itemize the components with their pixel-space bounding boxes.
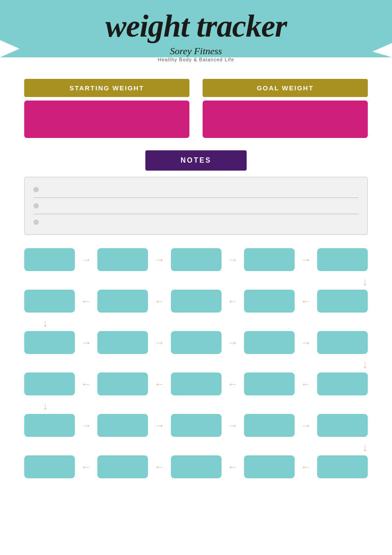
- arrow-left-icon: ←: [153, 461, 166, 473]
- notes-section: NOTES: [24, 150, 368, 235]
- tracker-row-6: ← ← ← ←: [24, 455, 368, 478]
- tracker-box-4-1[interactable]: [24, 372, 75, 395]
- tracker-box-3-5[interactable]: [317, 331, 368, 354]
- starting-weight-input[interactable]: [24, 101, 189, 138]
- arrow-left-icon: ←: [80, 461, 92, 473]
- arrow-down-icon: ↓: [43, 400, 48, 412]
- notes-box: [24, 177, 368, 235]
- goal-weight-label: GOAL WEIGHT: [203, 79, 368, 97]
- notes-dot-2: [33, 203, 39, 209]
- tracker-row-4: ← ← ← ←: [24, 372, 368, 395]
- arrow-down-5: ↓: [24, 440, 368, 454]
- arrow-right-icon: →: [153, 419, 166, 432]
- notes-line-3[interactable]: [33, 214, 359, 230]
- tracker-box-3-2[interactable]: [97, 331, 148, 354]
- arrow-down-4: ↓: [24, 399, 368, 413]
- tracker-box-5-1[interactable]: [24, 414, 75, 437]
- notes-line-1[interactable]: [33, 182, 359, 198]
- arrow-down-icon: ↓: [362, 276, 368, 288]
- arrow-right-icon: →: [226, 419, 239, 432]
- brand-tagline: Healthy Body & Balanced Life: [24, 57, 368, 62]
- tracker-box-3-3[interactable]: [171, 331, 222, 354]
- arrow-right-icon: →: [153, 336, 166, 349]
- arrow-down-2: ↓: [24, 316, 368, 330]
- tracker-box-1-5[interactable]: [317, 248, 368, 271]
- main-title: weight tracker: [24, 9, 368, 44]
- arrow-right-icon: →: [300, 336, 312, 349]
- arrow-left-icon: ←: [226, 295, 239, 307]
- tracker-box-1-2[interactable]: [97, 248, 148, 271]
- arrow-left-icon: ←: [153, 378, 166, 390]
- title-section: weight tracker Sorey Fitness Healthy Bod…: [24, 0, 368, 67]
- arrow-down-1: ↓: [24, 275, 368, 289]
- weight-section: STARTING WEIGHT GOAL WEIGHT: [24, 79, 368, 138]
- tracker-box-4-2[interactable]: [97, 372, 148, 395]
- tracker-box-2-3[interactable]: [171, 290, 222, 313]
- arrow-left-icon: ←: [300, 461, 312, 473]
- arrow-down-icon: ↓: [43, 317, 48, 329]
- arrow-down-3: ↓: [24, 358, 368, 372]
- tracker-box-2-5[interactable]: [317, 290, 368, 313]
- arrow-down-icon: ↓: [362, 358, 368, 371]
- notes-dot-3: [33, 220, 39, 225]
- arrow-right-icon: →: [300, 253, 312, 266]
- tracker-row-2: ← ← ← ←: [24, 290, 368, 313]
- arrow-right-icon: →: [300, 419, 312, 432]
- arrow-right-icon: →: [226, 336, 239, 349]
- arrow-left-icon: ←: [226, 461, 239, 473]
- tracker-box-2-4[interactable]: [244, 290, 295, 313]
- notes-line-text-2: [44, 202, 359, 209]
- arrow-left-icon: ←: [300, 378, 312, 390]
- arrow-left-icon: ←: [226, 378, 239, 390]
- tracker-row-3: → → → →: [24, 331, 368, 354]
- tracker-box-4-3[interactable]: [171, 372, 222, 395]
- notes-label: NOTES: [145, 150, 247, 171]
- arrow-right-icon: →: [226, 253, 239, 266]
- tracker-box-6-2[interactable]: [97, 455, 148, 478]
- arrow-right-icon: →: [153, 253, 166, 266]
- arrow-left-icon: ←: [300, 295, 312, 307]
- tracker-box-1-1[interactable]: [24, 248, 75, 271]
- tracker-box-6-4[interactable]: [244, 455, 295, 478]
- arrow-right-icon: →: [80, 419, 92, 432]
- notes-dot-1: [33, 187, 39, 192]
- tracker-box-6-1[interactable]: [24, 455, 75, 478]
- starting-weight-col: STARTING WEIGHT: [24, 79, 189, 138]
- tracker-box-1-4[interactable]: [244, 248, 295, 271]
- tracker-box-5-3[interactable]: [171, 414, 222, 437]
- tracker-box-1-3[interactable]: [171, 248, 222, 271]
- tracker-row-1: → → → →: [24, 248, 368, 271]
- tracker-box-5-2[interactable]: [97, 414, 148, 437]
- goal-weight-col: GOAL WEIGHT: [203, 79, 368, 138]
- arrow-right-icon: →: [80, 253, 92, 266]
- arrow-left-icon: ←: [80, 295, 92, 307]
- arrow-left-icon: ←: [80, 378, 92, 390]
- tracker-section: → → → → ↓ ← ← ← ← ↓: [24, 248, 368, 478]
- tracker-box-4-5[interactable]: [317, 372, 368, 395]
- arrow-down-icon: ↓: [362, 441, 368, 454]
- brand-name: Sorey Fitness: [24, 45, 368, 57]
- tracker-row-5: → → → →: [24, 414, 368, 437]
- arrow-right-icon: →: [80, 336, 92, 349]
- goal-weight-input[interactable]: [203, 101, 368, 138]
- tracker-box-3-1[interactable]: [24, 331, 75, 354]
- notes-line-text-1: [44, 186, 359, 193]
- arrow-left-icon: ←: [153, 295, 166, 307]
- tracker-box-5-4[interactable]: [244, 414, 295, 437]
- tracker-box-2-1[interactable]: [24, 290, 75, 313]
- tracker-box-2-2[interactable]: [97, 290, 148, 313]
- tracker-box-6-3[interactable]: [171, 455, 222, 478]
- notes-line-text-3: [44, 219, 359, 226]
- tracker-box-5-5[interactable]: [317, 414, 368, 437]
- tracker-box-4-4[interactable]: [244, 372, 295, 395]
- tracker-box-3-4[interactable]: [244, 331, 295, 354]
- starting-weight-label: STARTING WEIGHT: [24, 79, 189, 97]
- notes-line-2[interactable]: [33, 198, 359, 214]
- tracker-box-6-5[interactable]: [317, 455, 368, 478]
